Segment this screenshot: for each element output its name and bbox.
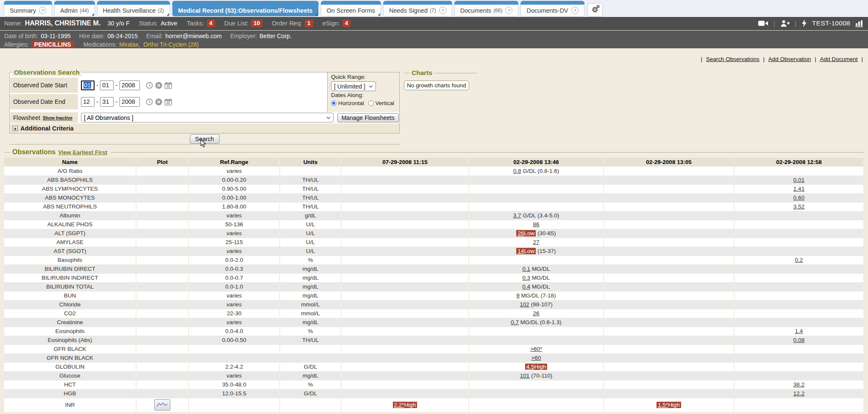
obs-value-link[interactable]: 1.5* [658, 402, 668, 408]
tab-summary[interactable]: Summary↗ [4, 5, 52, 16]
obs-value-link[interactable]: 0.2 [795, 257, 803, 263]
indicator-count-badge[interactable]: 10 [251, 19, 262, 27]
lightning-bolt-icon[interactable] [801, 19, 807, 27]
obs-value-link[interactable]: 0.1 [522, 266, 530, 272]
flowsheet-row: Flowsheet Show Inactive [ All Observatio… [10, 112, 399, 123]
flowsheet-select[interactable]: [ All Observations ] [81, 113, 334, 122]
tab-health-surveillance[interactable]: Health Surveillance(2) [97, 5, 170, 16]
clear-date-icon[interactable] [155, 82, 162, 89]
obs-value-link[interactable]: 38.2 [793, 381, 804, 388]
show-inactive-link[interactable]: Show Inactive [43, 115, 72, 120]
obs-value-link[interactable]: 0.4 [522, 283, 530, 290]
date-end-day-input[interactable]: 31 [100, 97, 114, 107]
medication-link[interactable]: Ortho Tri-Cyclen (28) [143, 41, 199, 48]
calendar-icon[interactable] [164, 82, 172, 89]
add-document-link[interactable]: Add Document [820, 56, 857, 62]
obs-value-cell [341, 211, 469, 220]
obs-value-link[interactable]: 2.2* [394, 402, 404, 408]
additional-criteria-toggle[interactable]: Additional Criteria [10, 123, 399, 133]
obs-value-link[interactable]: 3.7 [513, 212, 521, 219]
demographic-email: Email:horner@mieweb.com [146, 33, 222, 39]
external-link-icon[interactable]: ↗ [505, 7, 512, 14]
tab-on-screen-forms[interactable]: On Screen Forms [321, 5, 381, 16]
obs-value-link[interactable]: 14 [517, 248, 524, 254]
obs-row-inr: INR2.2*High1.5*High [4, 398, 864, 412]
obs-value-link[interactable]: 0.8 [513, 168, 521, 174]
obs-value-link[interactable]: 26 [533, 310, 539, 317]
obs-value-link[interactable]: 3.52 [793, 203, 804, 210]
date-start-year-input[interactable]: 2008 [120, 81, 140, 90]
obs-value-cell [341, 175, 469, 184]
clear-date-icon[interactable] [155, 98, 162, 106]
obs-value-cell: 0.1 MG/DL [469, 264, 604, 273]
obs-value-link[interactable]: 0.7 [511, 319, 519, 325]
radio-vertical[interactable]: Vertical [368, 100, 394, 106]
obs-name: GFR NON BLACK [47, 355, 93, 361]
video-camera-icon[interactable] [758, 20, 768, 27]
tab-medical-record-53-observations-flowsheet[interactable]: Medical Record (53):Observations/Flowshe… [172, 5, 318, 16]
search-observations-link[interactable]: Search Observations [706, 56, 760, 62]
indicator-count-badge[interactable]: 4 [207, 19, 215, 27]
obs-value-cell [341, 353, 469, 362]
date-end-icons [146, 98, 172, 106]
obs-value-link[interactable]: 0.01 [793, 177, 804, 183]
tab-needs-signed[interactable]: Needs Signed(7)↗ [384, 5, 452, 16]
obs-value-link[interactable]: 86 [533, 221, 539, 228]
external-link-icon[interactable]: ↗ [39, 7, 46, 14]
person-add-icon[interactable] [780, 20, 790, 27]
add-observation-link[interactable]: Add Observation [768, 56, 811, 62]
patient-name: HARRIS, CHRISTINE M. [25, 19, 101, 27]
obs-value-link[interactable]: 0.3 [522, 275, 530, 281]
obs-value-link[interactable]: 9 [516, 292, 520, 299]
obs-value-cell [604, 229, 734, 238]
tab-admin[interactable]: Admin(44) [55, 5, 94, 16]
indicator-count-badge[interactable]: 4 [342, 19, 351, 27]
obs-value-cell [604, 167, 734, 175]
obs-value-link[interactable]: 26 [517, 230, 524, 236]
obs-refrange-cell: 1.80-8.00 [189, 202, 280, 211]
medication-link[interactable]: Miralax [119, 41, 138, 48]
obs-name: ALKALINE PHOS [47, 221, 93, 228]
tab-documents-dv[interactable]: Documents-DV↗ [521, 5, 584, 16]
obs-row-eosinophils: Eosinophils0.0-4.0%1.4 [4, 327, 864, 336]
time-picker-icon[interactable] [146, 98, 153, 106]
date-start-month-input[interactable]: 01 [81, 81, 95, 90]
indicator-count-badge[interactable]: 1 [305, 19, 313, 27]
obs-name: ALT (SGPT) [54, 230, 85, 236]
external-link-icon[interactable]: ↗ [571, 7, 579, 14]
obs-value-link[interactable]: 1.41 [793, 186, 804, 192]
date-start-day-input[interactable]: 01 [100, 81, 114, 90]
obs-plot-cell [136, 229, 189, 238]
obs-value-link[interactable]: 102 [520, 301, 529, 308]
tab-settings-button[interactable]: ⚙ ⚙ [588, 3, 602, 16]
calendar-icon[interactable] [164, 98, 172, 106]
obs-value-link[interactable]: 1.4 [795, 328, 803, 334]
bar-chart-icon[interactable] [855, 20, 864, 27]
obs-value-link[interactable]: >60* [530, 346, 542, 352]
obs-value-cell [604, 202, 734, 211]
obs-value-link[interactable]: 0.08 [793, 337, 804, 343]
tab-bar: Summary↗Admin(44)Health Surveillance(2)M… [0, 0, 868, 17]
obs-value-link[interactable]: >60 [531, 355, 541, 361]
obs-value-link[interactable]: 12.2 [793, 390, 804, 397]
date-end-month-input[interactable]: 12 [81, 97, 95, 107]
time-picker-icon[interactable] [146, 82, 153, 89]
obs-value-cell [341, 345, 469, 353]
charts-panel: Charts No growth charts found [404, 69, 477, 90]
manage-flowsheets-button[interactable]: Manage Flowsheets [337, 113, 399, 122]
obs-value-link[interactable]: 27 [533, 239, 539, 245]
view-earliest-first-link[interactable]: View Earliest First [58, 149, 107, 156]
obs-value-link[interactable]: 0.60 [793, 194, 804, 201]
quick-range-select[interactable]: [ Unlimited ] [331, 81, 376, 91]
demographic-hire-date: Hire date:08-24-2015 [79, 33, 138, 39]
obs-value-link[interactable]: 101 [520, 372, 530, 379]
allergy-badge[interactable]: PENICILLINS [31, 41, 74, 48]
radio-horizontal[interactable]: Horizontal [331, 100, 364, 106]
external-link-icon[interactable]: ↗ [439, 7, 446, 14]
obs-value-link[interactable]: 4.5 [526, 364, 534, 370]
tab-documents[interactable]: Documents(66)↗ [455, 5, 518, 16]
obs-plot-cell [136, 371, 189, 380]
column-header-plot: Plot [136, 158, 189, 167]
plot-sparkline-button[interactable] [154, 399, 170, 411]
date-end-year-input[interactable]: 2008 [120, 97, 140, 107]
